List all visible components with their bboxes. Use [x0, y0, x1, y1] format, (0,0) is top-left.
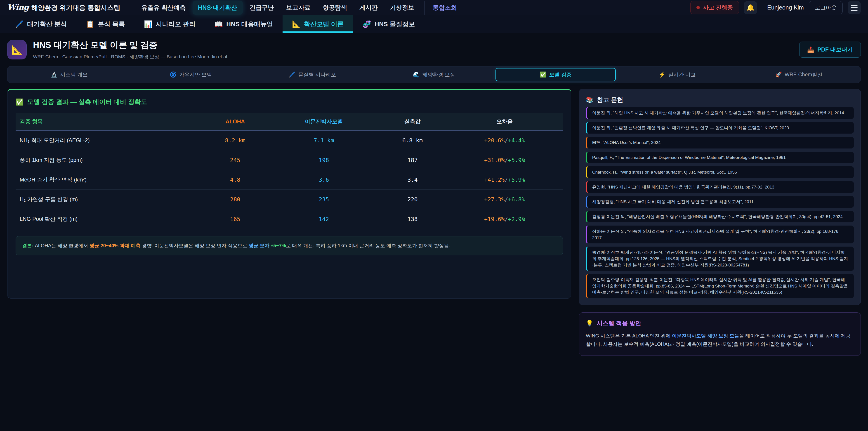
validation-item-cell: 풍하 1km 지점 농도 (ppm) [16, 150, 201, 170]
table-row: NH₃ 최대 도달거리 (AEGL-2)8.2 km7.1 km6.8 km+2… [16, 130, 563, 150]
notifications-button[interactable]: 🔔 [744, 1, 757, 14]
pdf-export-label: PDF 내보내기 [817, 46, 853, 53]
lee-error-value: +6.8% [508, 196, 525, 203]
error-rate-cell: +20.6%/+4.4% [446, 130, 563, 150]
reference-item: 유영현, "HNS 재난사고에 대한 해양경찰의 대응 방안", 한국위기관리논… [586, 181, 854, 193]
section-tab-label: 모델 검증 [549, 71, 571, 78]
application-body: WING 시스템은 기본 ALOHA 엔진 위에 이문진박사모델 해양 보정 모… [586, 332, 854, 349]
column-header: 실측값 [379, 113, 446, 130]
nav-right-cluster: 사고 진행중 🔔 Eunjeong Kim 로그아웃 [690, 1, 861, 14]
dna-icon: 🧬 [363, 20, 371, 28]
measured-value-cell: 3.4 [379, 170, 446, 190]
lightning-icon: ⚡ [659, 71, 665, 78]
reference-item: 해양경찰청, "HNS 사고 국가 대비 대응 체제 선진화 방안 연구용역 최… [586, 196, 854, 208]
aloha-error-value: +41.2% [484, 177, 504, 183]
aloha-error-value: +31.0% [484, 157, 504, 163]
measured-value-cell: 6.8 km [379, 130, 446, 150]
app-logo: Wing 해양환경 위기대응 통합시스템 [7, 3, 120, 12]
error-separator: / [504, 137, 508, 144]
main-nav-item[interactable]: 유출유 확산예측 [136, 1, 191, 15]
references-list: 이문진 외, "해양 HNS 사고 시 대기확산 예측을 위한 가우시안 모델의… [586, 107, 854, 298]
section-tab[interactable]: 🖊️물질별 시나리오 [252, 68, 373, 81]
sub-nav-tab[interactable]: 📊시나리오 관리 [134, 16, 205, 33]
measured-value-cell: 187 [379, 150, 446, 170]
page-title-icon-box: 📐 [7, 40, 27, 59]
hamburger-menu-button[interactable] [848, 1, 861, 14]
lightbulb-icon: 💡 [586, 320, 593, 327]
clipboard-icon: 📋 [86, 20, 94, 28]
page-header: 📐 HNS 대기확산 모델 이론 및 검증 WRF-Chem · Gaussia… [0, 33, 868, 64]
section-tab[interactable]: 🚀WRF-Chem발전 [739, 68, 859, 81]
main-nav-item[interactable]: 보고자료 [281, 1, 316, 15]
section-tab[interactable]: 🔬시스템 개요 [9, 68, 129, 81]
microscope-icon: 🔬 [51, 71, 57, 78]
measured-value-cell: 220 [379, 190, 446, 209]
section-tabs-bar: 🔬시스템 개요🌀가우시안 모델🖊️물질별 시나리오🌊해양환경 보정✅모델 검증⚡… [7, 66, 861, 83]
sub-navigation: 🖊️대기확산 분석📋분석 목록📊시나리오 관리📖HNS 대응매뉴얼📐확산모델 이… [0, 16, 868, 33]
error-separator: / [504, 157, 508, 163]
aloha-error-value: +19.6% [484, 216, 504, 222]
section-tab[interactable]: ⚡실시간 비교 [617, 68, 737, 81]
lee-model-value-cell: 7.1 km [269, 130, 379, 150]
logo-title: 해양환경 위기대응 통합시스템 [31, 3, 120, 12]
reference-text: Pasquill, F., "The Estimation of the Dis… [592, 154, 786, 161]
page-subtitle: WRF-Chem · Gaussian Plume/Puff · ROMS · … [33, 54, 228, 60]
error-separator: / [504, 177, 508, 183]
pdf-export-button[interactable]: 📤 PDF 내보내기 [799, 41, 861, 58]
section-tab[interactable]: 🌀가우시안 모델 [131, 68, 251, 81]
sub-nav-tab-label: HNS 물질정보 [375, 20, 415, 29]
main-nav-item[interactable]: 긴급구난 [244, 1, 279, 15]
conclusion-segment: 평균 20~40% 과대 예측 [89, 243, 141, 248]
rocket-icon: 🚀 [775, 71, 782, 78]
validation-table-header-row: 검증 항목ALOHA이문진박사모델실측값오차율 [16, 113, 563, 130]
sub-nav-tab[interactable]: 🖊️대기확산 분석 [6, 16, 76, 33]
section-tab-label: 실시간 비교 [668, 71, 695, 78]
reference-text: 박경애·이진호·박재진·김태성·이문진, "인공위성 원격탐사 기반 AI 활용… [592, 249, 849, 268]
aloha-value-cell: 165 [201, 209, 269, 229]
reference-item: Pasquill, F., "The Estimation of the Dis… [586, 152, 854, 163]
aloha-error-value: +27.3% [484, 196, 504, 203]
reference-item: EPA, "ALOHA User's Manual", 2024 [586, 137, 854, 149]
validation-table: 검증 항목ALOHA이문진박사모델실측값오차율 NH₃ 최대 도달거리 (AEG… [16, 113, 563, 229]
status-badge-label: 사고 진행중 [703, 4, 733, 11]
table-row: LNG Pool 확산 직경 (m)165142138+19.6%/+2.9% [16, 209, 563, 229]
reference-text: EPA, "ALOHA User's Manual", 2024 [592, 140, 661, 146]
main-nav-item[interactable]: HNS·대기확산 [193, 1, 243, 15]
reference-text: 이문진 외, "해양 HNS 사고 시 대기확산 예측을 위한 가우시안 모델의… [592, 110, 844, 116]
table-row: MeOH 증기 확산 면적 (km²)4.83.63.4+41.2%/+5.9% [16, 170, 563, 190]
menu-icon [851, 5, 858, 11]
logout-button[interactable]: 로그아웃 [809, 1, 843, 14]
sub-nav-tab[interactable]: 📖HNS 대응매뉴얼 [205, 16, 283, 33]
sub-nav-tab[interactable]: 📐확산모델 이론 [283, 16, 353, 33]
main-nav-item[interactable]: 항공탐색 [317, 1, 352, 15]
section-tab[interactable]: ✅모델 검증 [495, 68, 616, 81]
export-icon: 📤 [807, 46, 814, 53]
measured-value-cell: 138 [379, 209, 446, 229]
conclusion-segment: 평균 오차 [249, 243, 271, 248]
reference-text: 해양경찰청, "HNS 사고 국가 대비 대응 체제 선진화 방안 연구용역 최… [592, 199, 754, 205]
model-validation-panel: ✅ 모델 검증 결과 — 실측 데이터 대비 정확도 검증 항목ALOHA이문진… [7, 89, 571, 299]
validation-item-cell: LNG Pool 확산 직경 (m) [16, 209, 201, 229]
incident-status-badge: 사고 진행중 [690, 1, 739, 14]
lee-error-value: +2.9% [508, 216, 525, 222]
reference-text: 유영현, "HNS 재난사고에 대한 해양경찰의 대응 방안", 한국위기관리논… [592, 184, 774, 190]
main-nav-item[interactable]: 게시판 [354, 1, 383, 15]
sub-nav-tab[interactable]: 🧬HNS 물질정보 [353, 16, 424, 33]
table-row: 풍하 1km 지점 농도 (ppm)245198187+31.0%/+5.9% [16, 150, 563, 170]
lee-model-value-cell: 198 [269, 150, 379, 170]
main-nav-item[interactable]: 통합조회 [424, 1, 463, 15]
conclusion-segment: ALOHA는 해양 환경에서 [33, 243, 89, 248]
wave-icon: 🌊 [413, 71, 420, 78]
sub-nav-tab[interactable]: 📋분석 목록 [76, 16, 134, 33]
column-header: 오차율 [446, 113, 563, 130]
main-content: ✅ 모델 검증 결과 — 실측 데이터 대비 정확도 검증 항목ALOHA이문진… [7, 89, 861, 356]
reference-item: 이문진 외, "해양 HNS 사고 시 대기확산 예측을 위한 가우시안 모델의… [586, 107, 854, 119]
error-separator: / [504, 196, 508, 203]
aloha-value-cell: 280 [201, 190, 269, 209]
reference-text: 이문진 외, "친환경 선박연료 해양 유출 시 대기확산 특성 연구 — 암모… [592, 125, 789, 131]
section-tab[interactable]: 🌊해양환경 보정 [374, 68, 494, 81]
reference-item: 장하용·이문진 외, "신속한 의사결정을 위한 HNS 사고이력관리시스템 설… [586, 225, 854, 243]
reference-item: Charnock, H., "Wind stress on a water su… [586, 166, 854, 178]
main-nav-item[interactable]: 기상정보 [384, 1, 420, 15]
books-icon: 📚 [586, 96, 594, 103]
